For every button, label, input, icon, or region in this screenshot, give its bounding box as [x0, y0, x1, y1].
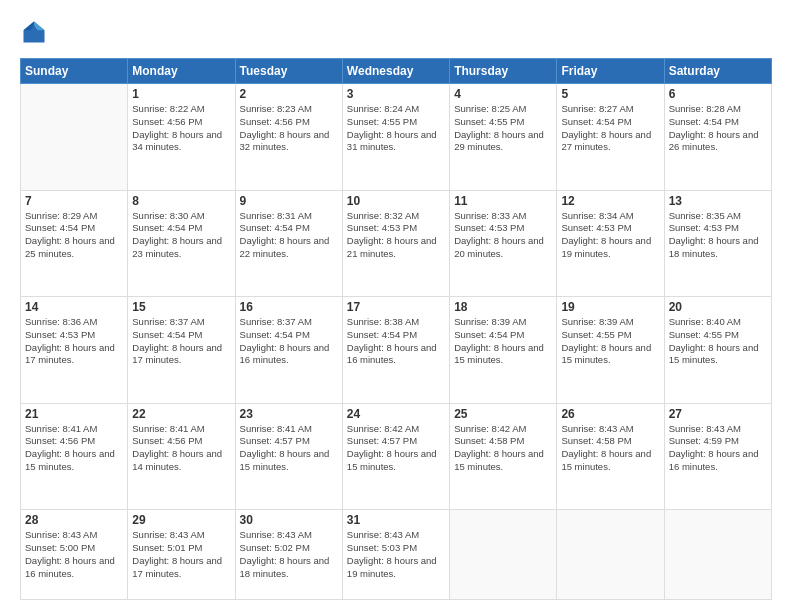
- sunset-text: Sunset: 4:56 PM: [132, 116, 202, 127]
- daylight-text: Daylight: 8 hours and 23 minutes.: [132, 235, 222, 259]
- weekday-header-sunday: Sunday: [21, 59, 128, 84]
- day-info: Sunrise: 8:42 AM Sunset: 4:58 PM Dayligh…: [454, 423, 552, 474]
- calendar-cell: 10 Sunrise: 8:32 AM Sunset: 4:53 PM Dayl…: [342, 190, 449, 297]
- calendar-cell: 19 Sunrise: 8:39 AM Sunset: 4:55 PM Dayl…: [557, 297, 664, 404]
- sunset-text: Sunset: 4:54 PM: [669, 116, 739, 127]
- daylight-text: Daylight: 8 hours and 26 minutes.: [669, 129, 759, 153]
- day-number: 19: [561, 300, 659, 314]
- calendar-table: SundayMondayTuesdayWednesdayThursdayFrid…: [20, 58, 772, 600]
- calendar-cell: 23 Sunrise: 8:41 AM Sunset: 4:57 PM Dayl…: [235, 403, 342, 510]
- sunset-text: Sunset: 4:56 PM: [132, 435, 202, 446]
- day-number: 14: [25, 300, 123, 314]
- sunrise-text: Sunrise: 8:43 AM: [25, 529, 97, 540]
- logo: [20, 18, 52, 46]
- day-info: Sunrise: 8:40 AM Sunset: 4:55 PM Dayligh…: [669, 316, 767, 367]
- daylight-text: Daylight: 8 hours and 15 minutes.: [561, 342, 651, 366]
- day-number: 13: [669, 194, 767, 208]
- calendar-cell: 1 Sunrise: 8:22 AM Sunset: 4:56 PM Dayli…: [128, 84, 235, 191]
- calendar-cell: 14 Sunrise: 8:36 AM Sunset: 4:53 PM Dayl…: [21, 297, 128, 404]
- sunset-text: Sunset: 4:56 PM: [240, 116, 310, 127]
- calendar-cell: 16 Sunrise: 8:37 AM Sunset: 4:54 PM Dayl…: [235, 297, 342, 404]
- daylight-text: Daylight: 8 hours and 17 minutes.: [132, 555, 222, 579]
- sunset-text: Sunset: 4:53 PM: [561, 222, 631, 233]
- calendar-cell: 17 Sunrise: 8:38 AM Sunset: 4:54 PM Dayl…: [342, 297, 449, 404]
- daylight-text: Daylight: 8 hours and 18 minutes.: [669, 235, 759, 259]
- sunset-text: Sunset: 4:55 PM: [454, 116, 524, 127]
- sunrise-text: Sunrise: 8:29 AM: [25, 210, 97, 221]
- day-info: Sunrise: 8:31 AM Sunset: 4:54 PM Dayligh…: [240, 210, 338, 261]
- calendar-cell: 6 Sunrise: 8:28 AM Sunset: 4:54 PM Dayli…: [664, 84, 771, 191]
- sunrise-text: Sunrise: 8:41 AM: [132, 423, 204, 434]
- daylight-text: Daylight: 8 hours and 27 minutes.: [561, 129, 651, 153]
- calendar-cell: [450, 510, 557, 600]
- daylight-text: Daylight: 8 hours and 22 minutes.: [240, 235, 330, 259]
- calendar-cell: 21 Sunrise: 8:41 AM Sunset: 4:56 PM Dayl…: [21, 403, 128, 510]
- day-number: 10: [347, 194, 445, 208]
- calendar-cell: 15 Sunrise: 8:37 AM Sunset: 4:54 PM Dayl…: [128, 297, 235, 404]
- daylight-text: Daylight: 8 hours and 25 minutes.: [25, 235, 115, 259]
- logo-icon: [20, 18, 48, 46]
- sunrise-text: Sunrise: 8:22 AM: [132, 103, 204, 114]
- sunrise-text: Sunrise: 8:39 AM: [561, 316, 633, 327]
- page: SundayMondayTuesdayWednesdayThursdayFrid…: [0, 0, 792, 612]
- day-info: Sunrise: 8:43 AM Sunset: 5:01 PM Dayligh…: [132, 529, 230, 580]
- day-number: 28: [25, 513, 123, 527]
- day-info: Sunrise: 8:42 AM Sunset: 4:57 PM Dayligh…: [347, 423, 445, 474]
- sunset-text: Sunset: 4:54 PM: [240, 329, 310, 340]
- day-info: Sunrise: 8:27 AM Sunset: 4:54 PM Dayligh…: [561, 103, 659, 154]
- day-info: Sunrise: 8:32 AM Sunset: 4:53 PM Dayligh…: [347, 210, 445, 261]
- sunset-text: Sunset: 4:54 PM: [25, 222, 95, 233]
- calendar-week-row: 21 Sunrise: 8:41 AM Sunset: 4:56 PM Dayl…: [21, 403, 772, 510]
- calendar-week-row: 1 Sunrise: 8:22 AM Sunset: 4:56 PM Dayli…: [21, 84, 772, 191]
- header: [20, 18, 772, 46]
- day-info: Sunrise: 8:24 AM Sunset: 4:55 PM Dayligh…: [347, 103, 445, 154]
- daylight-text: Daylight: 8 hours and 32 minutes.: [240, 129, 330, 153]
- calendar-cell: 25 Sunrise: 8:42 AM Sunset: 4:58 PM Dayl…: [450, 403, 557, 510]
- sunrise-text: Sunrise: 8:39 AM: [454, 316, 526, 327]
- weekday-header-wednesday: Wednesday: [342, 59, 449, 84]
- calendar-cell: 28 Sunrise: 8:43 AM Sunset: 5:00 PM Dayl…: [21, 510, 128, 600]
- calendar-cell: 22 Sunrise: 8:41 AM Sunset: 4:56 PM Dayl…: [128, 403, 235, 510]
- day-number: 23: [240, 407, 338, 421]
- daylight-text: Daylight: 8 hours and 16 minutes.: [240, 342, 330, 366]
- daylight-text: Daylight: 8 hours and 17 minutes.: [25, 342, 115, 366]
- calendar-week-row: 14 Sunrise: 8:36 AM Sunset: 4:53 PM Dayl…: [21, 297, 772, 404]
- calendar-cell: 29 Sunrise: 8:43 AM Sunset: 5:01 PM Dayl…: [128, 510, 235, 600]
- day-info: Sunrise: 8:23 AM Sunset: 4:56 PM Dayligh…: [240, 103, 338, 154]
- sunset-text: Sunset: 4:56 PM: [25, 435, 95, 446]
- day-number: 5: [561, 87, 659, 101]
- sunset-text: Sunset: 4:55 PM: [669, 329, 739, 340]
- sunrise-text: Sunrise: 8:33 AM: [454, 210, 526, 221]
- weekday-header-row: SundayMondayTuesdayWednesdayThursdayFrid…: [21, 59, 772, 84]
- sunset-text: Sunset: 5:00 PM: [25, 542, 95, 553]
- calendar-cell: 20 Sunrise: 8:40 AM Sunset: 4:55 PM Dayl…: [664, 297, 771, 404]
- sunrise-text: Sunrise: 8:43 AM: [240, 529, 312, 540]
- sunset-text: Sunset: 4:54 PM: [561, 116, 631, 127]
- sunrise-text: Sunrise: 8:27 AM: [561, 103, 633, 114]
- sunset-text: Sunset: 4:55 PM: [561, 329, 631, 340]
- sunset-text: Sunset: 4:54 PM: [132, 329, 202, 340]
- sunset-text: Sunset: 5:01 PM: [132, 542, 202, 553]
- day-number: 24: [347, 407, 445, 421]
- daylight-text: Daylight: 8 hours and 15 minutes.: [25, 448, 115, 472]
- sunset-text: Sunset: 4:59 PM: [669, 435, 739, 446]
- day-info: Sunrise: 8:34 AM Sunset: 4:53 PM Dayligh…: [561, 210, 659, 261]
- sunset-text: Sunset: 4:53 PM: [454, 222, 524, 233]
- day-number: 21: [25, 407, 123, 421]
- sunrise-text: Sunrise: 8:36 AM: [25, 316, 97, 327]
- calendar-cell: 5 Sunrise: 8:27 AM Sunset: 4:54 PM Dayli…: [557, 84, 664, 191]
- day-number: 18: [454, 300, 552, 314]
- sunrise-text: Sunrise: 8:25 AM: [454, 103, 526, 114]
- weekday-header-thursday: Thursday: [450, 59, 557, 84]
- calendar-cell: 12 Sunrise: 8:34 AM Sunset: 4:53 PM Dayl…: [557, 190, 664, 297]
- calendar-cell: 2 Sunrise: 8:23 AM Sunset: 4:56 PM Dayli…: [235, 84, 342, 191]
- day-info: Sunrise: 8:37 AM Sunset: 4:54 PM Dayligh…: [132, 316, 230, 367]
- calendar-cell: 7 Sunrise: 8:29 AM Sunset: 4:54 PM Dayli…: [21, 190, 128, 297]
- day-info: Sunrise: 8:30 AM Sunset: 4:54 PM Dayligh…: [132, 210, 230, 261]
- day-info: Sunrise: 8:41 AM Sunset: 4:56 PM Dayligh…: [25, 423, 123, 474]
- calendar-cell: 26 Sunrise: 8:43 AM Sunset: 4:58 PM Dayl…: [557, 403, 664, 510]
- day-info: Sunrise: 8:41 AM Sunset: 4:57 PM Dayligh…: [240, 423, 338, 474]
- day-info: Sunrise: 8:25 AM Sunset: 4:55 PM Dayligh…: [454, 103, 552, 154]
- daylight-text: Daylight: 8 hours and 31 minutes.: [347, 129, 437, 153]
- day-number: 9: [240, 194, 338, 208]
